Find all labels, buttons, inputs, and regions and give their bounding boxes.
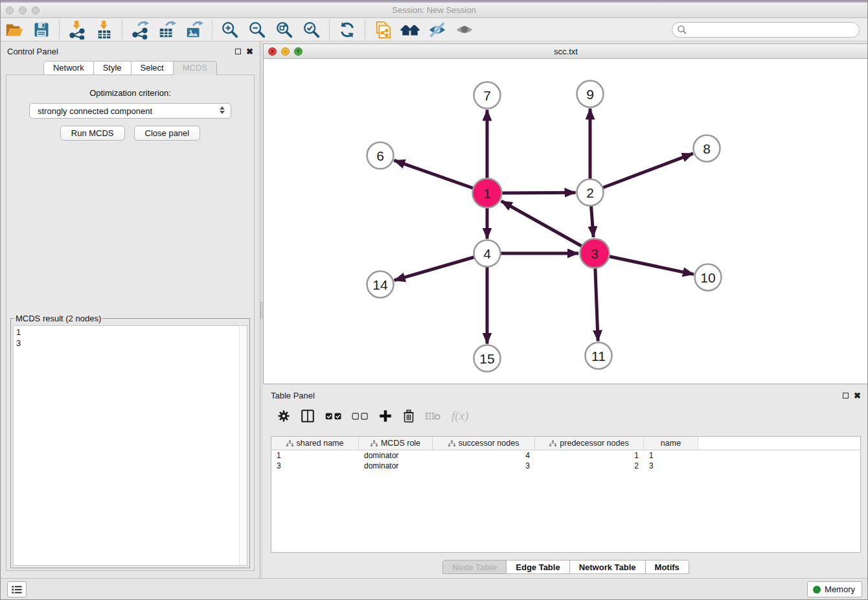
float-panel-icon[interactable] xyxy=(235,49,241,54)
control-panel: Control Panel ✖ Network Style Select MCD… xyxy=(1,41,260,579)
function-builder-icon: f(x) xyxy=(451,409,468,423)
node-table: shared nameMCDS rolesuccessor nodesprede… xyxy=(271,436,861,553)
home-networks-icon[interactable] xyxy=(396,19,424,41)
run-mcds-button[interactable]: Run MCDS xyxy=(60,126,125,141)
zoom-fit-icon[interactable] xyxy=(271,19,298,41)
toolbar-separator xyxy=(329,20,330,40)
toolbar-separator xyxy=(59,20,60,40)
toolbar-separator xyxy=(122,20,122,40)
main-toolbar xyxy=(1,18,867,41)
zoom-selected-icon[interactable] xyxy=(298,19,325,41)
tab-motifs[interactable]: Motifs xyxy=(646,560,689,574)
mcds-panel-body: Optimization criterion: strongly connect… xyxy=(6,75,255,571)
open-file-icon[interactable] xyxy=(1,19,28,41)
add-icon[interactable] xyxy=(378,408,393,424)
delete-icon[interactable] xyxy=(402,408,415,424)
search-container xyxy=(672,22,860,38)
refresh-icon[interactable] xyxy=(334,19,361,41)
network-window-titlebar[interactable]: x - + scc.txt xyxy=(264,44,868,59)
close-panel-button[interactable]: Close panel xyxy=(134,126,201,141)
show-details-icon[interactable] xyxy=(451,19,478,41)
task-history-button[interactable] xyxy=(7,581,27,597)
tab-mcds[interactable]: MCDS xyxy=(174,61,217,75)
network-canvas[interactable]: 7968124314101511 xyxy=(264,59,868,384)
result-scrollbar[interactable] xyxy=(239,326,247,565)
column-header-label: name xyxy=(661,439,681,448)
gear-icon[interactable] xyxy=(277,408,290,424)
attribute-type-icon xyxy=(371,440,378,447)
table-cell[interactable]: 1 xyxy=(644,450,698,461)
graph-edge-4-14[interactable] xyxy=(394,253,487,281)
graph-node-label: 9 xyxy=(586,87,594,102)
clear-checkboxes-icon[interactable] xyxy=(352,408,369,424)
tab-node-table[interactable]: Node Table xyxy=(442,560,507,574)
column-header-MCDS-role[interactable]: MCDS role xyxy=(359,437,433,450)
search-input[interactable] xyxy=(672,22,860,38)
tab-edge-table[interactable]: Edge Table xyxy=(507,560,569,574)
table-cell[interactable]: dominator xyxy=(359,450,433,461)
tab-network-table[interactable]: Network Table xyxy=(570,560,646,574)
network-window-title: scc.txt xyxy=(264,47,868,56)
export-network-icon[interactable] xyxy=(126,19,154,41)
mcds-result-title: MCDS result (2 nodes) xyxy=(14,314,102,323)
mcds-result-list[interactable]: 1 3 xyxy=(13,325,247,566)
list-icon xyxy=(10,583,23,596)
table-panel-title: Table Panel xyxy=(271,391,315,400)
mcds-result-values: 1 3 xyxy=(14,326,247,349)
tab-select[interactable]: Select xyxy=(131,61,174,75)
columns-icon[interactable] xyxy=(300,408,315,424)
table-row[interactable]: 3dominator323 xyxy=(271,461,860,471)
table-cell[interactable]: 3 xyxy=(433,461,535,471)
optimization-criterion-label: Optimization criterion: xyxy=(6,88,254,98)
save-session-icon[interactable] xyxy=(28,19,55,41)
table-cell[interactable]: 3 xyxy=(271,461,359,471)
column-header-shared-name[interactable]: shared name xyxy=(271,437,359,450)
memory-button[interactable]: Memory xyxy=(807,581,862,597)
graph-edge-3-1[interactable] xyxy=(501,201,595,253)
hide-details-icon[interactable] xyxy=(424,19,451,41)
attribute-type-icon xyxy=(549,440,556,447)
close-table-panel-icon[interactable]: ✖ xyxy=(854,391,861,400)
close-panel-icon[interactable]: ✖ xyxy=(246,47,253,56)
criterion-select[interactable]: strongly connected component xyxy=(29,103,231,119)
memory-label: Memory xyxy=(825,584,855,594)
table-toolbar: f(x) xyxy=(263,404,868,428)
table-cell[interactable]: 2 xyxy=(535,461,644,471)
graph-node-label: 14 xyxy=(372,277,388,292)
export-table-icon[interactable] xyxy=(154,19,181,41)
copy-style-icon[interactable] xyxy=(369,19,396,41)
export-image-icon[interactable] xyxy=(181,19,208,41)
toolbar-separator xyxy=(212,20,212,40)
tab-style[interactable]: Style xyxy=(94,61,131,75)
float-table-panel-icon[interactable] xyxy=(843,393,849,398)
graph-node-label: 8 xyxy=(703,141,711,156)
control-panel-header: Control Panel ✖ xyxy=(1,41,260,61)
toolbar-separator xyxy=(365,20,365,40)
table-row[interactable]: 1dominator411 xyxy=(271,450,860,461)
zoom-in-icon[interactable] xyxy=(216,19,244,41)
import-network-icon[interactable] xyxy=(63,19,91,41)
import-table-icon[interactable] xyxy=(91,19,118,41)
graph-node-label: 3 xyxy=(591,246,599,261)
tab-network[interactable]: Network xyxy=(43,61,94,75)
zoom-out-icon[interactable] xyxy=(244,19,271,41)
window-title: Session: New Session xyxy=(1,5,867,15)
column-header-predecessor-nodes[interactable]: predecessor nodes xyxy=(535,437,644,450)
table-cell[interactable]: 3 xyxy=(644,461,698,471)
column-header-label: successor nodes xyxy=(459,439,520,448)
column-header-successor-nodes[interactable]: successor nodes xyxy=(433,437,535,450)
column-header-name[interactable]: name xyxy=(644,437,698,450)
graph-edge-2-8[interactable] xyxy=(590,154,693,192)
graph-node-label: 15 xyxy=(479,351,494,366)
table-cell[interactable]: 1 xyxy=(535,450,644,461)
table-cell[interactable]: 1 xyxy=(271,450,359,461)
search-icon xyxy=(677,25,687,38)
graph-node-label: 2 xyxy=(586,185,594,200)
column-header-label: predecessor nodes xyxy=(560,439,628,448)
table-cell[interactable]: 4 xyxy=(433,450,535,461)
select-all-checkboxes-icon[interactable] xyxy=(325,408,342,424)
control-panel-title: Control Panel xyxy=(7,47,58,56)
table-cell[interactable]: dominator xyxy=(359,461,433,471)
titlebar: Session: New Session xyxy=(1,3,867,18)
select-stepper-icon xyxy=(220,106,225,114)
